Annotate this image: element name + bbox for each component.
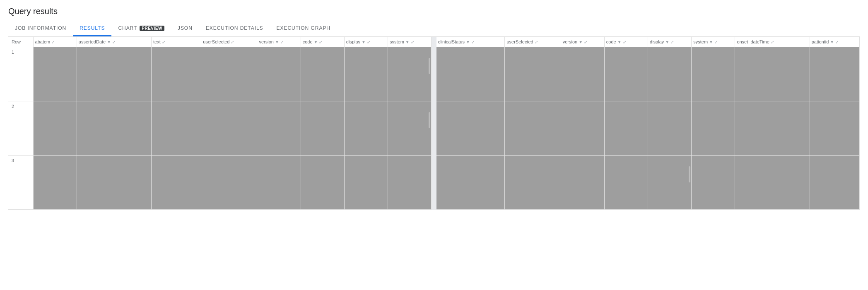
expand-icon-system2: ⤢ <box>714 40 718 44</box>
col-header-display[interactable]: display ▼ ⤢ <box>344 37 388 47</box>
cell-r1-c0[interactable] <box>33 47 77 101</box>
cell-r1-c9[interactable] <box>505 47 561 101</box>
cell-r3-c1[interactable] <box>77 156 151 210</box>
preview-badge: PREVIEW <box>140 26 164 31</box>
cell-r2-c9[interactable] <box>505 101 561 156</box>
cell-r1-c3[interactable] <box>201 47 257 101</box>
tab-execution-details[interactable]: EXECUTION DETAILS <box>199 21 270 36</box>
cell-r2-c6[interactable] <box>344 101 388 156</box>
expand-icon-userSelected: ⤢ <box>231 40 234 44</box>
table-row: 2 <box>8 101 860 156</box>
row-num-1: 1 <box>8 47 33 101</box>
scroll-divider-cell <box>432 101 436 156</box>
sort-icon-code: ▼ <box>314 40 318 44</box>
cell-r2-c4[interactable] <box>257 101 301 156</box>
cell-r2-c2[interactable] <box>152 101 201 156</box>
col-header-version[interactable]: version ▼ ⤢ <box>257 37 301 47</box>
cell-r3-c14[interactable] <box>735 156 810 210</box>
col-header-code[interactable]: code ▼ ⤢ <box>301 37 344 47</box>
cell-r3-c10[interactable] <box>561 156 604 210</box>
sort-icon-code2: ▼ <box>617 40 622 44</box>
cell-r3-c5[interactable] <box>301 156 344 210</box>
cell-r1-c12[interactable] <box>648 47 692 101</box>
sort-icon-patientid: ▼ <box>830 40 834 44</box>
col-header-text[interactable]: text ⤢ <box>152 37 201 47</box>
cell-r2-c10[interactable] <box>561 101 604 156</box>
sort-icon-version2: ▼ <box>579 40 583 44</box>
cell-r3-c7[interactable] <box>388 156 432 210</box>
results-table-container[interactable]: Row abatem ⤢ assertedDate ▼ <box>8 37 860 210</box>
cell-r2-c14[interactable] <box>735 101 810 156</box>
cell-r1-c7[interactable] <box>388 47 432 101</box>
cell-r1-c10[interactable] <box>561 47 604 101</box>
tab-results[interactable]: RESULTS <box>73 21 111 36</box>
scroll-divider-cell <box>432 47 436 101</box>
col-header-patientid[interactable]: patientid ▼ ⤢ <box>810 37 859 47</box>
tab-execution-graph[interactable]: EXECUTION GRAPH <box>270 21 337 36</box>
cell-r1-c6[interactable] <box>344 47 388 101</box>
col-header-userSelected2[interactable]: userSelected ⤢ <box>505 37 561 47</box>
tab-chart[interactable]: CHART PREVIEW <box>111 21 171 36</box>
cell-r1-c11[interactable] <box>604 47 648 101</box>
col-header-code2[interactable]: code ▼ ⤢ <box>604 37 648 47</box>
page-wrapper: Query results JOB INFORMATION RESULTS CH… <box>0 0 868 210</box>
col-header-onset-dateTime[interactable]: onset_dateTime ⤢ <box>735 37 810 47</box>
col-header-system2[interactable]: system ▼ ⤢ <box>692 37 735 47</box>
results-table: Row abatem ⤢ assertedDate ▼ <box>8 37 860 210</box>
col-header-version2[interactable]: version ▼ ⤢ <box>561 37 604 47</box>
cell-r2-c3[interactable] <box>201 101 257 156</box>
cell-r2-c13[interactable] <box>692 101 735 156</box>
col-header-clinicalStatus[interactable]: clinicalStatus ▼ ⤢ <box>436 37 505 47</box>
tabs-bar: JOB INFORMATION RESULTS CHART PREVIEW JS… <box>8 21 860 37</box>
scroll-divider-cell <box>432 156 436 210</box>
cell-r3-c11[interactable] <box>604 156 648 210</box>
cell-r2-c7[interactable] <box>388 101 432 156</box>
expand-icon-clinicalStatus: ⤢ <box>471 40 475 44</box>
col-header-row: Row <box>8 37 33 47</box>
expand-icon-system: ⤢ <box>411 40 414 44</box>
cell-r2-c8[interactable] <box>436 101 505 156</box>
col-header-display2[interactable]: display ▼ ⤢ <box>648 37 692 47</box>
cell-r3-c13[interactable] <box>692 156 735 210</box>
cell-r3-c3[interactable] <box>201 156 257 210</box>
sort-icon-display: ▼ <box>362 40 366 44</box>
cell-r3-c0[interactable] <box>33 156 77 210</box>
col-header-system[interactable]: system ▼ ⤢ <box>388 37 432 47</box>
cell-r3-c2[interactable] <box>152 156 201 210</box>
col-header-userSelected[interactable]: userSelected ⤢ <box>201 37 257 47</box>
cell-r1-c2[interactable] <box>152 47 201 101</box>
cell-r2-c1[interactable] <box>77 101 151 156</box>
tab-json[interactable]: JSON <box>171 21 199 36</box>
cell-r1-c5[interactable] <box>301 47 344 101</box>
cell-r3-c6[interactable] <box>344 156 388 210</box>
cell-r2-c15[interactable] <box>810 101 859 156</box>
expand-icon-version2: ⤢ <box>584 40 587 44</box>
col-header-abatem[interactable]: abatem ⤢ <box>33 37 77 47</box>
cell-r1-c8[interactable] <box>436 47 505 101</box>
cell-r3-c15[interactable] <box>810 156 859 210</box>
page-title: Query results <box>8 7 860 16</box>
cell-r3-c12[interactable] <box>648 156 692 210</box>
cell-r3-c8[interactable] <box>436 156 505 210</box>
cell-r1-c1[interactable] <box>77 47 151 101</box>
cell-r1-c15[interactable] <box>810 47 859 101</box>
cell-r1-c4[interactable] <box>257 47 301 101</box>
row-num-2: 2 <box>8 101 33 156</box>
cell-r1-c13[interactable] <box>692 47 735 101</box>
sort-icon-display2: ▼ <box>665 40 669 44</box>
cell-r2-c11[interactable] <box>604 101 648 156</box>
cell-r3-c9[interactable] <box>505 156 561 210</box>
cell-r3-c4[interactable] <box>257 156 301 210</box>
expand-icon-onset-dateTime: ⤢ <box>771 40 774 44</box>
cell-r2-c5[interactable] <box>301 101 344 156</box>
cell-r2-c0[interactable] <box>33 101 77 156</box>
cell-r2-c12[interactable] <box>648 101 692 156</box>
col-header-assertedDate[interactable]: assertedDate ▼ ⤢ <box>77 37 151 47</box>
tab-job-information[interactable]: JOB INFORMATION <box>8 21 73 36</box>
table-row: 1 <box>8 47 860 101</box>
expand-icon-version: ⤢ <box>280 40 284 44</box>
cell-r1-c14[interactable] <box>735 47 810 101</box>
expand-icon-abatem: ⤢ <box>51 40 55 44</box>
row-num-3: 3 <box>8 156 33 210</box>
scroll-divider <box>432 37 436 47</box>
